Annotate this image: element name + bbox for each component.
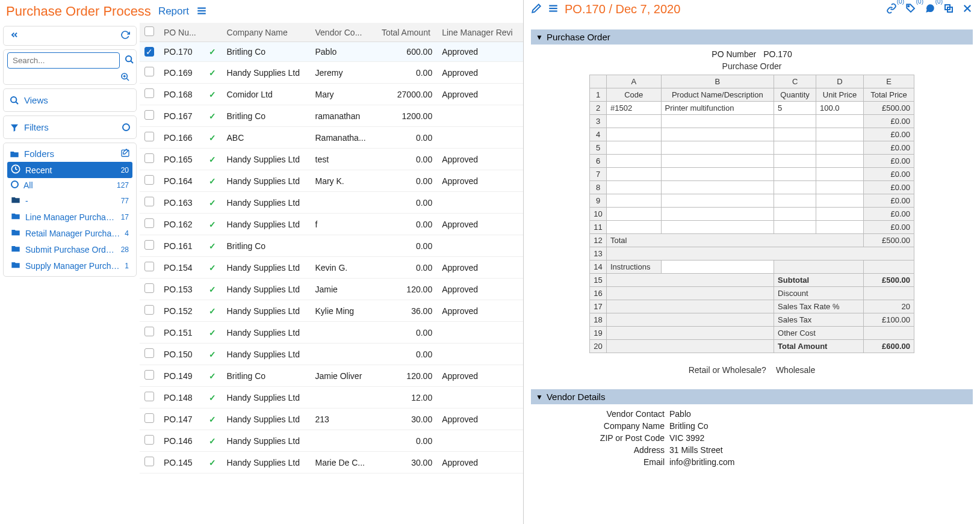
table-row[interactable]: PO.166✓ABCRamanatha...0.00: [140, 127, 523, 149]
sheet-row[interactable]: 7£0.00: [590, 168, 914, 181]
links-icon[interactable]: (0): [886, 3, 897, 16]
col-vendor[interactable]: Vendor Co...: [311, 23, 375, 42]
row-checkbox[interactable]: [144, 218, 154, 228]
tags-icon[interactable]: (0): [905, 3, 916, 16]
sheet-row[interactable]: 9£0.00: [590, 194, 914, 208]
search-input[interactable]: [7, 52, 120, 69]
table-row[interactable]: PO.146✓Handy Supplies Ltd0.00: [140, 430, 523, 452]
section-vendor-label: Vendor Details: [547, 392, 606, 402]
table-row[interactable]: PO.150✓Handy Supplies Ltd0.00: [140, 344, 523, 365]
table-row[interactable]: PO.164✓Handy Supplies LtdMary K.0.00Appr…: [140, 170, 523, 192]
table-row[interactable]: PO.161✓Britling Co0.00: [140, 235, 523, 257]
col-amount[interactable]: Total Amount: [375, 23, 438, 42]
status-check-icon: ✓: [209, 371, 216, 381]
row-checkbox[interactable]: [144, 413, 154, 423]
views-toggle[interactable]: Views: [7, 91, 132, 109]
sheet-row[interactable]: 8£0.00: [590, 181, 914, 194]
row-checkbox[interactable]: [144, 67, 154, 76]
sheet-row[interactable]: 12Total£500.00: [590, 234, 914, 247]
sheet-row[interactable]: 18Sales Tax£100.00: [590, 313, 914, 327]
refresh-icon[interactable]: [120, 30, 130, 42]
table-row[interactable]: PO.168✓Comidor LtdMary27000.00Approved: [140, 84, 523, 105]
row-checkbox[interactable]: [144, 327, 154, 336]
cell-review: Approved: [437, 452, 523, 473]
row-checkbox[interactable]: ✓: [144, 47, 154, 57]
row-checkbox[interactable]: [144, 153, 154, 163]
table-row[interactable]: ✓PO.170✓Britling CoPablo600.00Approved: [140, 42, 523, 62]
col-po-number[interactable]: PO Nu...: [159, 23, 204, 42]
sheet-row[interactable]: 19Other Cost: [590, 327, 914, 340]
sheet-row[interactable]: 16Discount: [590, 287, 914, 300]
table-row[interactable]: PO.162✓Handy Supplies Ltdf0.00Approved: [140, 214, 523, 235]
advanced-search-icon[interactable]: [7, 72, 132, 82]
table-row[interactable]: PO.167✓Britling Coramanathan1200.00: [140, 105, 523, 127]
row-checkbox[interactable]: [144, 88, 154, 98]
row-checkbox[interactable]: [144, 132, 154, 141]
section-purchase-order[interactable]: ▼ Purchase Order: [531, 29, 973, 45]
table-row[interactable]: PO.169✓Handy Supplies LtdJeremy0.00Appro…: [140, 62, 523, 84]
row-checkbox[interactable]: [144, 392, 154, 401]
folder-item[interactable]: Recent20: [7, 162, 132, 178]
folder-item[interactable]: Supply Manager Purchase ...1: [7, 257, 132, 274]
filters-toggle[interactable]: Filters: [7, 119, 132, 136]
folder-item[interactable]: Submit Purchase Order De...28: [7, 241, 132, 257]
table-row[interactable]: PO.154✓Handy Supplies LtdKevin G.0.00App…: [140, 257, 523, 279]
folders-header[interactable]: Folders: [10, 149, 54, 159]
sheet-row[interactable]: 11£0.00: [590, 221, 914, 234]
col-review[interactable]: Line Manager Revi: [437, 23, 523, 42]
sheet-row[interactable]: 10£0.00: [590, 208, 914, 221]
row-checkbox[interactable]: [144, 240, 154, 250]
expand-icon[interactable]: [944, 4, 954, 15]
comments-icon[interactable]: (0): [925, 3, 935, 16]
row-checkbox[interactable]: [144, 348, 154, 358]
row-checkbox[interactable]: [144, 457, 154, 466]
menu-bars-icon[interactable]: [196, 5, 207, 18]
row-checkbox[interactable]: [144, 262, 154, 271]
table-row[interactable]: PO.165✓Handy Supplies Ltdtest0.00Approve…: [140, 149, 523, 170]
sheet-row[interactable]: 15Subtotal£500.00: [590, 274, 914, 287]
select-all-checkbox[interactable]: [144, 26, 154, 36]
row-checkbox[interactable]: [144, 197, 154, 206]
folder-item[interactable]: Line Manager Purchase Or...17: [7, 209, 132, 225]
folder-item[interactable]: -77: [7, 193, 132, 209]
row-checkbox[interactable]: [144, 435, 154, 445]
section-vendor-details[interactable]: ▼ Vendor Details: [531, 389, 973, 404]
table-row[interactable]: PO.148✓Handy Supplies Ltd12.00: [140, 387, 523, 408]
status-check-icon: ✓: [209, 393, 216, 402]
sheet-row[interactable]: 20Total Amount£600.00: [590, 340, 914, 353]
folder-item[interactable]: Retail Manager Purchase O...4: [7, 225, 132, 241]
cell-amount: 0.00: [375, 214, 438, 235]
report-link[interactable]: Report: [158, 5, 189, 17]
edit-icon[interactable]: [531, 3, 542, 16]
folder-item[interactable]: All127: [7, 178, 132, 193]
col-company[interactable]: Company Name: [222, 23, 311, 42]
search-icon[interactable]: [122, 55, 137, 66]
detail-menu-icon[interactable]: [548, 3, 559, 16]
table-row[interactable]: PO.145✓Handy Supplies LtdMarie De C...30…: [140, 452, 523, 473]
sheet-row[interactable]: 14Instructions: [590, 260, 914, 274]
close-icon[interactable]: [962, 3, 973, 16]
row-checkbox[interactable]: [144, 110, 154, 120]
table-row[interactable]: PO.152✓Handy Supplies LtdKylie Ming36.00…: [140, 300, 523, 322]
row-checkbox[interactable]: [144, 305, 154, 315]
sheet-row[interactable]: 5£0.00: [590, 141, 914, 155]
row-checkbox[interactable]: [144, 283, 154, 293]
edit-folders-icon[interactable]: [120, 148, 130, 159]
table-row[interactable]: PO.153✓Handy Supplies LtdJamie120.00Appr…: [140, 279, 523, 300]
row-checkbox[interactable]: [144, 370, 154, 380]
sheet-row[interactable]: 4£0.00: [590, 128, 914, 141]
cell-amount: 12.00: [375, 387, 438, 408]
sheet-row[interactable]: 3£0.00: [590, 115, 914, 128]
collapse-left-icon[interactable]: [10, 30, 19, 42]
table-row[interactable]: PO.149✓Britling CoJamie Oliver120.00Appr…: [140, 365, 523, 387]
sheet-row[interactable]: 6£0.00: [590, 155, 914, 168]
sheet-row[interactable]: 2#1502Printer multifunction5100.0£500.00: [590, 102, 914, 115]
po-spreadsheet[interactable]: ABCDE 1CodeProduct Name/DescriptionQuant…: [589, 75, 914, 353]
table-row[interactable]: PO.151✓Handy Supplies Ltd0.00: [140, 322, 523, 344]
row-checkbox[interactable]: [144, 175, 154, 185]
table-row[interactable]: PO.163✓Handy Supplies Ltd0.00: [140, 192, 523, 214]
sheet-row[interactable]: 13: [590, 247, 914, 260]
sheet-row[interactable]: 1CodeProduct Name/DescriptionQuantityUni…: [590, 88, 914, 102]
table-row[interactable]: PO.147✓Handy Supplies Ltd21330.00Approve…: [140, 408, 523, 430]
sheet-row[interactable]: 17Sales Tax Rate %20: [590, 300, 914, 313]
